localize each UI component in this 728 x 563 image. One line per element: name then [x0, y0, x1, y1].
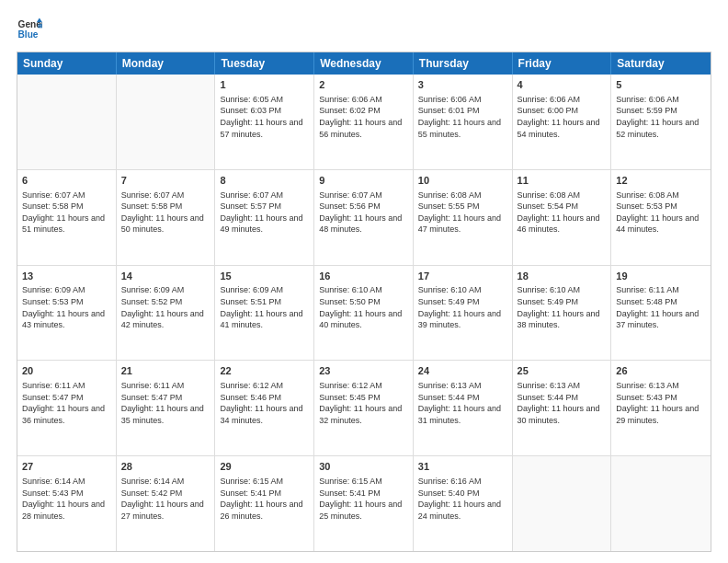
- day-number: 28: [121, 460, 210, 474]
- day-info: Sunrise: 6:09 AM Sunset: 5:53 PM Dayligh…: [22, 284, 111, 330]
- day-cell-15: 15Sunrise: 6:09 AM Sunset: 5:51 PM Dayli…: [215, 266, 314, 361]
- day-info: Sunrise: 6:09 AM Sunset: 5:51 PM Dayligh…: [220, 284, 309, 330]
- day-info: Sunrise: 6:11 AM Sunset: 5:48 PM Dayligh…: [616, 284, 706, 330]
- day-info: Sunrise: 6:10 AM Sunset: 5:49 PM Dayligh…: [418, 284, 507, 330]
- logo-icon: General Blue: [17, 17, 42, 42]
- day-info: Sunrise: 6:07 AM Sunset: 5:58 PM Dayligh…: [121, 190, 210, 236]
- day-number: 25: [518, 364, 607, 378]
- day-info: Sunrise: 6:16 AM Sunset: 5:40 PM Dayligh…: [418, 476, 507, 522]
- day-number: 8: [220, 174, 309, 188]
- day-info: Sunrise: 6:05 AM Sunset: 6:03 PM Dayligh…: [220, 94, 309, 140]
- calendar-body: 1Sunrise: 6:05 AM Sunset: 6:03 PM Daylig…: [17, 75, 711, 551]
- day-cell-16: 16Sunrise: 6:10 AM Sunset: 5:50 PM Dayli…: [314, 266, 414, 361]
- day-info: Sunrise: 6:08 AM Sunset: 5:55 PM Dayligh…: [418, 190, 507, 236]
- day-cell-7: 7Sunrise: 6:07 AM Sunset: 5:58 PM Daylig…: [117, 170, 216, 265]
- day-cell-11: 11Sunrise: 6:08 AM Sunset: 5:54 PM Dayli…: [513, 170, 612, 265]
- day-cell-3: 3Sunrise: 6:06 AM Sunset: 6:01 PM Daylig…: [414, 75, 513, 169]
- day-number: 27: [22, 460, 111, 474]
- empty-cell: [17, 75, 117, 169]
- day-cell-9: 9Sunrise: 6:07 AM Sunset: 5:56 PM Daylig…: [314, 170, 414, 265]
- day-cell-14: 14Sunrise: 6:09 AM Sunset: 5:52 PM Dayli…: [117, 266, 216, 361]
- header-day-sunday: Sunday: [17, 52, 117, 75]
- day-number: 13: [22, 270, 111, 283]
- day-info: Sunrise: 6:13 AM Sunset: 5:44 PM Dayligh…: [518, 380, 607, 426]
- empty-cell: [611, 456, 711, 551]
- header-day-saturday: Saturday: [611, 52, 711, 75]
- week-row-2: 6Sunrise: 6:07 AM Sunset: 5:58 PM Daylig…: [17, 170, 711, 266]
- day-cell-23: 23Sunrise: 6:12 AM Sunset: 5:45 PM Dayli…: [314, 361, 414, 455]
- empty-cell: [513, 456, 612, 551]
- day-cell-28: 28Sunrise: 6:14 AM Sunset: 5:42 PM Dayli…: [117, 456, 216, 551]
- day-number: 19: [616, 270, 706, 283]
- day-info: Sunrise: 6:14 AM Sunset: 5:42 PM Dayligh…: [121, 476, 210, 522]
- day-info: Sunrise: 6:12 AM Sunset: 5:46 PM Dayligh…: [220, 380, 309, 426]
- day-number: 24: [418, 364, 507, 378]
- day-cell-24: 24Sunrise: 6:13 AM Sunset: 5:44 PM Dayli…: [414, 361, 513, 455]
- day-number: 3: [418, 78, 507, 92]
- day-info: Sunrise: 6:11 AM Sunset: 5:47 PM Dayligh…: [22, 380, 111, 426]
- day-cell-31: 31Sunrise: 6:16 AM Sunset: 5:40 PM Dayli…: [414, 456, 513, 551]
- header-day-thursday: Thursday: [414, 52, 513, 75]
- day-cell-12: 12Sunrise: 6:08 AM Sunset: 5:53 PM Dayli…: [611, 170, 711, 265]
- day-info: Sunrise: 6:07 AM Sunset: 5:58 PM Dayligh…: [22, 190, 111, 236]
- day-info: Sunrise: 6:09 AM Sunset: 5:52 PM Dayligh…: [121, 284, 210, 330]
- day-number: 7: [121, 174, 210, 188]
- header-day-wednesday: Wednesday: [314, 52, 414, 75]
- day-info: Sunrise: 6:08 AM Sunset: 5:53 PM Dayligh…: [616, 190, 706, 236]
- day-number: 18: [518, 270, 607, 283]
- day-cell-21: 21Sunrise: 6:11 AM Sunset: 5:47 PM Dayli…: [117, 361, 216, 455]
- day-cell-20: 20Sunrise: 6:11 AM Sunset: 5:47 PM Dayli…: [17, 361, 117, 455]
- day-number: 4: [518, 78, 607, 92]
- day-number: 17: [418, 270, 507, 283]
- day-number: 2: [319, 78, 408, 92]
- calendar: SundayMondayTuesdayWednesdayThursdayFrid…: [17, 52, 711, 552]
- day-info: Sunrise: 6:15 AM Sunset: 5:41 PM Dayligh…: [319, 476, 408, 522]
- day-cell-25: 25Sunrise: 6:13 AM Sunset: 5:44 PM Dayli…: [513, 361, 612, 455]
- day-number: 23: [319, 364, 408, 378]
- week-row-1: 1Sunrise: 6:05 AM Sunset: 6:03 PM Daylig…: [17, 75, 711, 170]
- day-number: 30: [319, 460, 408, 474]
- day-number: 11: [518, 174, 607, 188]
- day-info: Sunrise: 6:13 AM Sunset: 5:43 PM Dayligh…: [616, 380, 706, 426]
- header-day-monday: Monday: [117, 52, 216, 75]
- day-cell-30: 30Sunrise: 6:15 AM Sunset: 5:41 PM Dayli…: [314, 456, 414, 551]
- day-number: 22: [220, 364, 309, 378]
- day-cell-2: 2Sunrise: 6:06 AM Sunset: 6:02 PM Daylig…: [314, 75, 414, 169]
- day-number: 20: [22, 364, 111, 378]
- week-row-5: 27Sunrise: 6:14 AM Sunset: 5:43 PM Dayli…: [17, 456, 711, 551]
- day-number: 10: [418, 174, 507, 188]
- day-info: Sunrise: 6:07 AM Sunset: 5:56 PM Dayligh…: [319, 190, 408, 236]
- day-info: Sunrise: 6:12 AM Sunset: 5:45 PM Dayligh…: [319, 380, 408, 426]
- calendar-header: SundayMondayTuesdayWednesdayThursdayFrid…: [17, 52, 711, 75]
- day-cell-4: 4Sunrise: 6:06 AM Sunset: 6:00 PM Daylig…: [513, 75, 612, 169]
- day-cell-22: 22Sunrise: 6:12 AM Sunset: 5:46 PM Dayli…: [215, 361, 314, 455]
- day-cell-19: 19Sunrise: 6:11 AM Sunset: 5:48 PM Dayli…: [611, 266, 711, 361]
- day-number: 26: [616, 364, 706, 378]
- day-info: Sunrise: 6:06 AM Sunset: 6:01 PM Dayligh…: [418, 94, 507, 140]
- day-cell-5: 5Sunrise: 6:06 AM Sunset: 5:59 PM Daylig…: [611, 75, 711, 169]
- day-number: 29: [220, 460, 309, 474]
- day-cell-6: 6Sunrise: 6:07 AM Sunset: 5:58 PM Daylig…: [17, 170, 117, 265]
- day-info: Sunrise: 6:10 AM Sunset: 5:49 PM Dayligh…: [518, 284, 607, 330]
- day-number: 9: [319, 174, 408, 188]
- day-cell-10: 10Sunrise: 6:08 AM Sunset: 5:55 PM Dayli…: [414, 170, 513, 265]
- day-number: 6: [22, 174, 111, 188]
- day-cell-29: 29Sunrise: 6:15 AM Sunset: 5:41 PM Dayli…: [215, 456, 314, 551]
- day-info: Sunrise: 6:08 AM Sunset: 5:54 PM Dayligh…: [518, 190, 607, 236]
- day-cell-1: 1Sunrise: 6:05 AM Sunset: 6:03 PM Daylig…: [215, 75, 314, 169]
- day-info: Sunrise: 6:06 AM Sunset: 6:02 PM Dayligh…: [319, 94, 408, 140]
- page: General Blue SundayMondayTuesdayWednesda…: [0, 0, 728, 563]
- header: General Blue: [17, 17, 711, 42]
- day-info: Sunrise: 6:15 AM Sunset: 5:41 PM Dayligh…: [220, 476, 309, 522]
- day-number: 21: [121, 364, 210, 378]
- day-cell-27: 27Sunrise: 6:14 AM Sunset: 5:43 PM Dayli…: [17, 456, 117, 551]
- day-number: 5: [616, 78, 706, 92]
- day-number: 1: [220, 78, 309, 92]
- logo: General Blue: [17, 17, 42, 42]
- day-number: 14: [121, 270, 210, 283]
- day-cell-17: 17Sunrise: 6:10 AM Sunset: 5:49 PM Dayli…: [414, 266, 513, 361]
- day-cell-18: 18Sunrise: 6:10 AM Sunset: 5:49 PM Dayli…: [513, 266, 612, 361]
- svg-marker-3: [38, 24, 42, 29]
- svg-text:Blue: Blue: [18, 29, 39, 40]
- day-info: Sunrise: 6:14 AM Sunset: 5:43 PM Dayligh…: [22, 476, 111, 522]
